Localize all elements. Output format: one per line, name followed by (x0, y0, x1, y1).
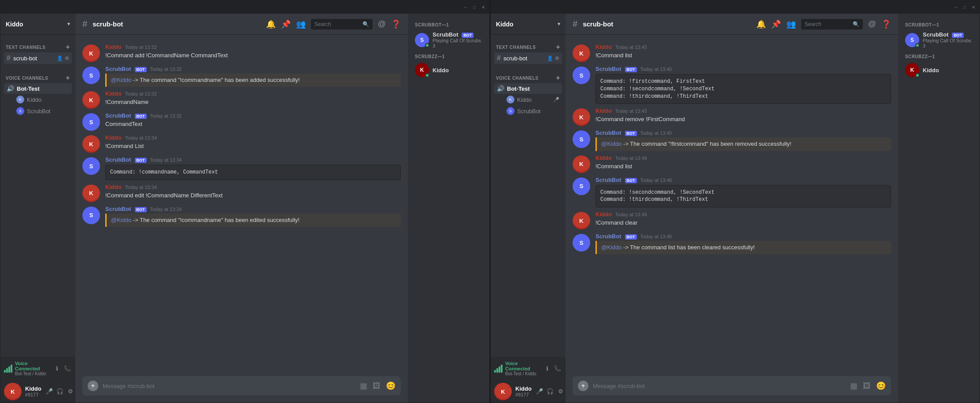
server-header-right[interactable]: Kiddo ▾ (491, 14, 566, 35)
messages-container-left[interactable]: K Kiddo Today at 13:32 !Command add !Com… (75, 35, 408, 376)
server-name-right: Kiddo (496, 21, 558, 28)
message-input-left[interactable]: Message #scrub-bot (103, 383, 355, 389)
bot-badge-2: BOT (135, 67, 147, 72)
user-settings-button-right[interactable]: ⚙ (556, 387, 565, 396)
disconnect-button-right[interactable]: 📞 (553, 364, 562, 373)
msg-header-r8: ScrubBot BOT Today at 13:46 (595, 233, 891, 240)
help-icon-right[interactable]: ❓ (881, 19, 891, 29)
msg-text-r2: Command: !firstcommand, FirstTextCommand… (595, 74, 891, 104)
msg-content-r4: ScrubBot BOT Today at 13:45 @Kiddo -> Th… (595, 129, 891, 151)
emoji-icon-left[interactable]: 😊 (386, 381, 396, 391)
message-input-box-right[interactable]: + Message #scrub-bot ▦ 🖼 😊 (573, 376, 891, 396)
msg-author-r8: ScrubBot (595, 233, 621, 240)
avatar-scrubbot-msg2: S (82, 67, 100, 84)
deafen-button-right[interactable]: 🎧 (546, 387, 555, 396)
online-dot-kiddo (425, 73, 429, 78)
members-icon-right[interactable]: 👥 (786, 19, 796, 29)
member-scrubbot-right[interactable]: S ScrubBot BOT Playing Call Of Scrubs 3 (902, 29, 976, 51)
emoji-icon-right[interactable]: 😊 (876, 381, 886, 391)
member-kiddo-right[interactable]: K Kiddo (902, 61, 976, 79)
mute-button-right[interactable]: 🎤 (535, 387, 544, 396)
channel-header-hash-left: # (82, 19, 87, 29)
user-icon-right[interactable]: 👤 (547, 55, 553, 61)
message-input-box-left[interactable]: + Message #scrub-bot ▦ 🖼 😊 (82, 376, 401, 396)
maximize-button[interactable]: □ (472, 4, 477, 10)
minimize-button[interactable]: ─ (463, 4, 468, 10)
members-section-scrubzz-right: SCRUBZZ—1 (902, 51, 976, 61)
search-bar-right[interactable]: Search 🔍 (801, 19, 863, 30)
voice-channel-bot-test-left[interactable]: 🔊 Bot-Test (4, 83, 72, 94)
msg-timestamp-2: Today at 13:32 (150, 67, 182, 72)
msg-text-3: !CommandName (105, 98, 401, 106)
msg-timestamp-r7: Today at 13:46 (615, 212, 647, 217)
user-icon[interactable]: 👤 (57, 55, 63, 61)
avatar-kiddo-r7: K (573, 212, 590, 229)
pin-icon-left[interactable]: 📌 (281, 19, 291, 29)
minimize-button-right[interactable]: ─ (953, 4, 958, 10)
attachment-button-left[interactable]: + (88, 381, 98, 391)
member-info-scrubbot-right: ScrubBot BOT Playing Call Of Scrubs 3 (923, 31, 973, 48)
search-bar-left[interactable]: Search 🔍 (311, 19, 373, 30)
msg-author-r4: ScrubBot (595, 129, 621, 136)
at-icon-right[interactable]: @ (868, 19, 876, 29)
members-icon-left[interactable]: 👥 (296, 19, 306, 29)
add-text-channel-button-right[interactable]: + (556, 44, 560, 51)
msg-content-r1: Kiddo Today at 13:45 !Command list (595, 44, 891, 59)
msg-header-7: Kiddo Today at 13:34 (105, 184, 401, 190)
voice-settings-button-right[interactable]: ℹ (543, 364, 551, 373)
msg-author-2: ScrubBot (105, 66, 131, 72)
msg-content-4: ScrubBot BOT Today at 13:32 CommandText (105, 112, 401, 128)
bell-icon-right[interactable]: 🔔 (756, 19, 766, 29)
member-scrubbot-left[interactable]: S ScrubBot BOT Playing Call Of Scrubs 3 (411, 29, 486, 51)
voice-channel-bot-test-right[interactable]: 🔊 Bot-Test (494, 83, 562, 94)
voice-user-kiddo-left: K Kiddo (4, 94, 72, 105)
channel-action-icons-right: 👤 ⚙ (547, 55, 559, 61)
gif-icon-left[interactable]: ▦ (360, 381, 367, 391)
add-voice-channel-button[interactable]: + (66, 74, 70, 81)
bell-icon-left[interactable]: 🔔 (266, 19, 276, 29)
avatar-scrubbot-r6: S (573, 177, 590, 195)
settings-icon[interactable]: ⚙ (65, 55, 69, 61)
msg-content-2: ScrubBot BOT Today at 13:32 @Kiddo -> Th… (105, 66, 401, 87)
gif-icon-right[interactable]: ▦ (850, 381, 858, 391)
mute-button[interactable]: 🎤 (45, 387, 54, 396)
members-section-scrubbot: SCRUBBOT—1 (411, 19, 486, 29)
member-kiddo-left[interactable]: K Kiddo (411, 61, 486, 79)
close-button[interactable]: ✕ (481, 4, 486, 10)
channel-item-scrub-bot-right[interactable]: # scrub-bot 👤 ⚙ (494, 52, 562, 64)
msg-text-8: @Kiddo -> The command "!commandname" has… (105, 214, 401, 227)
message-input-right[interactable]: Message #scrub-bot (593, 383, 846, 389)
disconnect-button[interactable]: 📞 (63, 364, 72, 373)
bot-badge-6: BOT (135, 158, 147, 163)
maximize-button-right[interactable]: □ (962, 4, 967, 10)
at-icon-left[interactable]: @ (378, 19, 386, 29)
members-section-scrubzz: SCRUBZZ—1 (411, 51, 486, 61)
attachment-button-right[interactable]: + (578, 381, 588, 391)
voice-user-scrubbot-name: ScrubBot (27, 108, 69, 115)
msg-author-r7: Kiddo (595, 211, 612, 218)
voice-settings-button[interactable]: ℹ (52, 364, 61, 373)
msg-header-4: ScrubBot BOT Today at 13:32 (105, 112, 401, 119)
sticker-icon-right[interactable]: 🖼 (863, 381, 871, 391)
message-6-left: S ScrubBot BOT Today at 13:34 Command: !… (75, 155, 408, 182)
help-icon-left[interactable]: ❓ (391, 19, 401, 29)
voice-channel-name-right: Bot-Test (507, 85, 530, 92)
add-voice-channel-button-right[interactable]: + (556, 74, 560, 81)
avatar-kiddo-msg1: K (82, 44, 100, 62)
voice-info-right: Voice Connected Bot-Test / Kiddo (505, 361, 540, 376)
messages-container-right[interactable]: K Kiddo Today at 13:45 !Command list S (566, 35, 898, 376)
settings-icon-right[interactable]: ⚙ (555, 55, 559, 61)
deafen-button[interactable]: 🎧 (55, 387, 64, 396)
server-header-left[interactable]: Kiddo ▾ (0, 14, 75, 35)
sticker-icon-left[interactable]: 🖼 (373, 381, 381, 391)
members-sidebar-left: SCRUBBOT—1 S ScrubBot BOT Playing Call O… (408, 14, 489, 403)
add-text-channel-button[interactable]: + (66, 44, 70, 51)
msg-timestamp-1: Today at 13:32 (125, 44, 157, 50)
pin-icon-right[interactable]: 📌 (771, 19, 781, 29)
user-settings-button[interactable]: ⚙ (66, 387, 75, 396)
msg-header-r5: Kiddo Today at 13:46 (595, 155, 891, 161)
channel-item-scrub-bot-left[interactable]: # scrub-bot 👤 ⚙ (4, 52, 72, 64)
avatar-kiddo-msg3: K (82, 91, 100, 109)
voice-connected-channel-right: Bot-Test / Kiddo (505, 371, 540, 376)
close-button-right[interactable]: ✕ (971, 4, 976, 10)
